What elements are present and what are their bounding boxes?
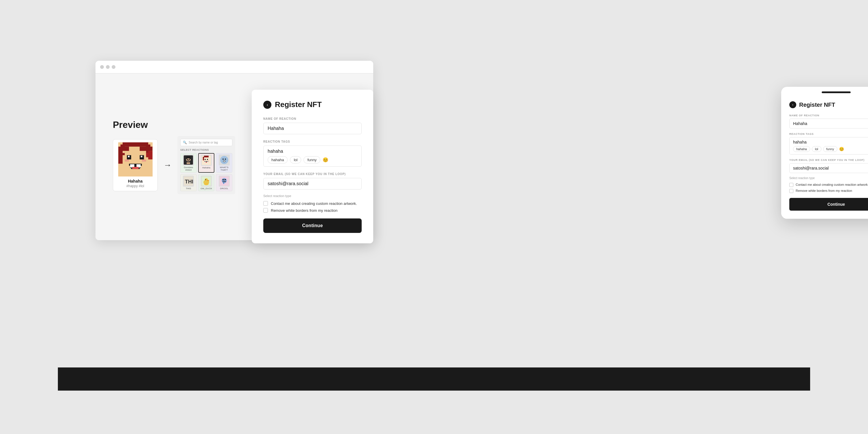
register-panel-title: Register NFT — [275, 100, 322, 109]
reaction-type-section: Select reaction type Contact me about cr… — [263, 194, 362, 213]
tag-emoji[interactable]: 😊 — [322, 157, 329, 163]
search-bar-mini[interactable]: 🔍 Search by name or tag — [180, 139, 232, 146]
mobile-checkbox-white-borders-label: Remove white borders from my reaction — [796, 189, 852, 193]
mobile-content: ‹ Register NFT NAME OF REACTION REACTION… — [781, 97, 868, 219]
svg-rect-36 — [203, 157, 204, 160]
mobile-name-label: NAME OF REACTION — [789, 114, 868, 117]
svg-point-45 — [220, 156, 228, 164]
svg-rect-4 — [122, 146, 129, 151]
svg-rect-21 — [129, 172, 142, 174]
panel-header: ‹ Register NFT — [263, 100, 362, 109]
checkbox-white-borders[interactable] — [263, 208, 268, 213]
tag-funny[interactable]: funny — [304, 156, 320, 163]
svg-point-38 — [207, 159, 208, 160]
svg-point-55 — [205, 179, 206, 180]
svg-point-62 — [222, 179, 224, 180]
search-text-mini: Search by name or tag — [189, 141, 218, 144]
search-icon-mini: 🔍 — [183, 141, 187, 144]
reaction-item-gm-duck[interactable]: GM_DUCK — [198, 174, 215, 191]
mobile-status-bar — [781, 91, 868, 97]
tags-row: hahaha lol funny 😊 — [268, 156, 357, 163]
register-panel: ‹ Register NFT NAME OF REACTION REACTION… — [252, 90, 373, 243]
reaction-emoji-whats-that — [219, 155, 230, 165]
reaction-item-drool[interactable]: $ $ DROOL — [216, 174, 232, 191]
preview-flow: Hahaha #happy #lol → 🔍 Search by name or… — [113, 136, 235, 194]
desktop-browser: Preview — [95, 61, 373, 240]
tags-input-text: hahaha — [268, 149, 357, 154]
svg-rect-19 — [132, 167, 138, 169]
reaction-emoji-drool: $ $ — [219, 176, 230, 187]
register-back-button[interactable]: ‹ — [263, 101, 271, 109]
reaction-emoji-gm-duck — [201, 176, 212, 187]
mobile-panel-header: ‹ Register NFT — [789, 101, 868, 108]
reaction-name-this: THIS — [186, 187, 191, 190]
mobile-tag-hahaha[interactable]: hahaha — [793, 146, 810, 152]
svg-rect-10 — [128, 156, 130, 157]
checkbox-white-borders-label: Remove white borders from my reaction — [271, 208, 337, 213]
svg-rect-32 — [187, 161, 189, 161]
dot-yellow — [106, 65, 110, 69]
svg-point-49 — [223, 161, 225, 162]
reaction-name-hahaha: Hahaha — [202, 166, 210, 169]
svg-point-30 — [187, 159, 188, 160]
svg-rect-29 — [189, 158, 191, 159]
reaction-type-label: Select reaction type — [263, 194, 362, 197]
reaction-name-gombies: Gombies #0322 — [182, 166, 195, 171]
reaction-selector-mini: 🔍 Search by name or tag SELECT REACTIONS — [177, 136, 235, 194]
mobile-tag-lol[interactable]: lol — [812, 146, 822, 152]
reaction-item-hahaha[interactable]: Hahaha — [198, 153, 215, 173]
nft-pixel-art — [118, 142, 153, 177]
svg-point-57 — [204, 183, 209, 185]
mobile-tags-label: REACTION TAGS — [789, 132, 868, 135]
mobile-back-button[interactable]: ‹ — [789, 101, 796, 108]
checkbox-row-2: Remove white borders from my reaction — [263, 208, 362, 213]
nft-name: Hahaha — [128, 179, 143, 183]
browser-titlebar — [95, 61, 373, 73]
mobile-continue-button[interactable]: Continue — [789, 198, 868, 211]
bottom-bar — [58, 368, 810, 391]
mobile-tags-row: hahaha lol funny 😊 — [793, 146, 868, 152]
mobile-email-section: YOUR EMAIL (so we can keep you in the lo… — [789, 159, 868, 173]
mobile-checkbox-custom-artwork[interactable] — [789, 183, 793, 187]
tag-hahaha[interactable]: hahaha — [268, 156, 288, 163]
svg-rect-64 — [222, 181, 226, 182]
mobile-tag-funny[interactable]: funny — [823, 146, 837, 152]
checkbox-custom-artwork[interactable] — [263, 201, 268, 206]
mobile-reaction-type-section: Select reaction type Contact me about cr… — [789, 177, 868, 193]
mobile-checkbox-row-1: Contact me about creating custom reactio… — [789, 183, 868, 187]
select-label-mini: SELECT REACTIONS — [180, 148, 232, 151]
mobile-notch — [822, 91, 850, 93]
reactions-grid-mini: Gombies #0322 — [180, 153, 232, 191]
mobile-checkbox-custom-artwork-label: Contact me about creating custom reactio… — [796, 183, 868, 187]
svg-rect-6 — [118, 146, 123, 163]
checkbox-row-1: Contact me about creating custom reactio… — [263, 201, 362, 206]
mobile-email-input[interactable] — [789, 163, 868, 173]
mobile-device: ‹ Register NFT NAME OF REACTION REACTION… — [781, 87, 868, 219]
reaction-item-this[interactable]: THIS THIS — [180, 174, 197, 191]
mobile-name-input[interactable] — [789, 119, 868, 128]
mobile-tags-area[interactable]: hahaha hahaha lol funny 😊 — [789, 137, 868, 155]
svg-rect-11 — [141, 156, 142, 157]
reaction-tags-label: REACTION TAGS — [263, 140, 362, 143]
scene: Preview — [58, 43, 810, 391]
mobile-panel-title: Register NFT — [799, 101, 835, 108]
continue-button[interactable]: Continue — [263, 218, 362, 233]
mobile-reaction-type-label: Select reaction type — [789, 177, 868, 180]
name-of-reaction-input[interactable] — [263, 123, 362, 134]
svg-rect-43 — [204, 161, 205, 161]
email-input[interactable] — [263, 178, 362, 189]
tags-input-area[interactable]: hahaha hahaha lol funny 😊 — [263, 146, 362, 167]
email-section: YOUR EMAIL (so we can keep you in the lo… — [263, 173, 362, 189]
reaction-item-whats-that[interactable]: WHAT'S THAT? — [216, 153, 232, 173]
svg-rect-12 — [125, 159, 129, 161]
back-arrow-icon: ‹ — [267, 103, 268, 107]
svg-rect-44 — [208, 161, 209, 161]
mobile-tag-emoji[interactable]: 😊 — [839, 147, 844, 151]
tag-lol[interactable]: lol — [290, 156, 301, 163]
reaction-item-gombies[interactable]: Gombies #0322 — [180, 153, 197, 173]
reaction-name-drool: DROOL — [220, 187, 228, 190]
preview-arrow: → — [163, 161, 172, 170]
mobile-checkbox-white-borders[interactable] — [789, 189, 793, 193]
svg-rect-42 — [206, 162, 207, 163]
svg-text:THIS: THIS — [185, 179, 193, 185]
